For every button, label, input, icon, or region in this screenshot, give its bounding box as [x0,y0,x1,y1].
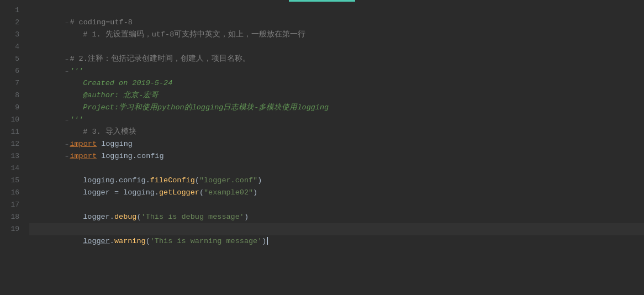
line-num-4: 4 [0,41,19,53]
line-num-13: 13 [0,150,19,162]
code-line-8: Project:学习和使用python的logging日志模块-多模块使用log… [29,89,644,102]
code-line-18: logger.info('This is info message') [29,211,644,223]
code-line-10: # 3. 导入模块 [29,114,644,126]
line-num-16: 16 [0,187,19,199]
line-num-3: 3 [0,29,19,41]
code-line-15: logger = logging.getLogger("example02") [29,175,644,187]
line-num-7: 7 [0,77,19,89]
top-bar-indicator [289,0,355,2]
code-line-4: –# 2.注释：包括记录创建时间，创建人，项目名称。 [29,41,644,53]
line-num-1: 1 [0,4,19,17]
code-line-13 [29,150,644,162]
code-line-12: –import logging.config [29,138,644,150]
line-num-12: 12 [0,138,19,150]
code-area: 1 2 3 4 5 6 7 8 9 10 11 12 13 14 15 16 1… [0,2,644,295]
line-num-19: 19 [0,223,19,235]
line19-obj: logger. [83,237,114,245]
code-editor: 1 2 3 4 5 6 7 8 9 10 11 12 13 14 15 16 1… [0,0,644,295]
code-line-16 [29,187,644,199]
code-content[interactable]: –# coding=utf-8 # 1. 先设置编码，utf-8可支持中英文，如… [25,2,644,295]
line19-func: warning [114,237,146,245]
line-num-17: 17 [0,199,19,211]
line-num-10: 10 [0,114,19,126]
line19-str: 'This is warning message' [150,237,262,245]
code-line-1: –# coding=utf-8 [29,4,644,17]
line-num-18: 18 [0,211,19,223]
top-bar [0,0,644,2]
line-num-11: 11 [0,126,19,138]
cursor [267,237,268,245]
code-line-3 [29,29,644,41]
code-line-14: logging.config.fileConfig("logger.conf") [29,162,644,175]
code-line-11: –import logging [29,126,644,138]
line19-indent [65,237,83,245]
line-num-6: 6 [0,65,19,77]
code-line-19: logger.warning('This is warning message'… [29,223,644,235]
line-num-8: 8 [0,89,19,102]
line-num-5: 5 [0,53,19,65]
code-line-5: –''' [29,53,644,65]
line-num-14: 14 [0,162,19,175]
code-line-9: –''' [29,102,644,114]
code-line-7: @author: 北京-宏哥 [29,77,644,89]
code-line-6: Created on 2019-5-24 [29,65,644,77]
code-line-2: # 1. 先设置编码，utf-8可支持中英文，如上，一般放在第一行 [29,17,644,29]
line-num-9: 9 [0,102,19,114]
code-line-17: logger.debug('This is debug message') [29,199,644,211]
line19-paren1: ( [146,237,150,245]
line-num-15: 15 [0,175,19,187]
line-num-2: 2 [0,17,19,29]
line19-paren2: ) [262,237,266,245]
line-numbers: 1 2 3 4 5 6 7 8 9 10 11 12 13 14 15 16 1… [0,2,25,295]
